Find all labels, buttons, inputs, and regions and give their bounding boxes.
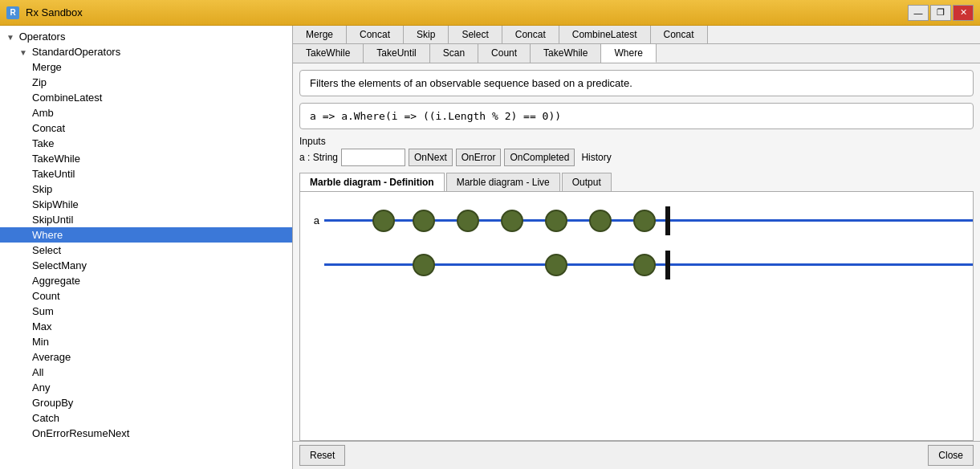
tree-items: MergeZipCombineLatestAmbConcatTakeTakeWh… bbox=[0, 59, 292, 441]
sidebar-item-selectmany[interactable]: SelectMany bbox=[0, 258, 292, 273]
on-completed-button[interactable]: OnCompleted bbox=[504, 149, 575, 166]
sidebar-item-min[interactable]: Min bbox=[0, 334, 292, 349]
inputs-row: a : String OnNext OnError OnCompleted Hi… bbox=[299, 149, 974, 166]
marble-line-a bbox=[324, 198, 973, 243]
inputs-section: Inputs a : String OnNext OnError OnCompl… bbox=[299, 136, 974, 166]
tab-row2-1[interactable]: TakeUntil bbox=[364, 44, 429, 63]
diagram-tabs: Marble diagram - DefinitionMarble diagra… bbox=[299, 173, 974, 192]
marble-end-bar bbox=[665, 206, 670, 235]
content-area: MergeConcatSkipSelectConcatCombineLatest… bbox=[293, 26, 980, 469]
app-icon: R bbox=[6, 6, 19, 19]
tab-row1-3[interactable]: Select bbox=[449, 26, 502, 43]
sidebar-item-onerrorresumenext[interactable]: OnErrorResumeNext bbox=[0, 426, 292, 441]
close-button[interactable]: Close bbox=[928, 445, 974, 466]
minimize-button[interactable]: — bbox=[908, 5, 929, 21]
tab-row1-4[interactable]: Concat bbox=[502, 26, 559, 43]
marble-circle bbox=[589, 210, 612, 232]
sidebar-item-max[interactable]: Max bbox=[0, 319, 292, 334]
window-title: Rx Sandbox bbox=[26, 6, 83, 18]
sidebar-item-zip[interactable]: Zip bbox=[0, 75, 292, 90]
code-box: a => a.Where(i => ((i.Length % 2) == 0)) bbox=[299, 103, 974, 129]
sidebar-item-average[interactable]: Average bbox=[0, 349, 292, 365]
tab-row1-0[interactable]: Merge bbox=[293, 26, 347, 43]
tab-row2-0[interactable]: TakeWhile bbox=[293, 44, 364, 63]
sidebar-item-skipuntil[interactable]: SkipUntil bbox=[0, 212, 292, 227]
description-box: Filters the elements of an observable se… bbox=[299, 70, 974, 96]
sidebar-item-merge[interactable]: Merge bbox=[0, 59, 292, 75]
marble-label-a: a bbox=[300, 214, 324, 226]
tab-row-1: MergeConcatSkipSelectConcatCombineLatest… bbox=[293, 26, 980, 44]
sidebar-item-combinelatest[interactable]: CombineLatest bbox=[0, 90, 292, 105]
sidebar-item-any[interactable]: Any bbox=[0, 380, 292, 395]
sidebar-item-select[interactable]: Select bbox=[0, 243, 292, 258]
marble-circle bbox=[545, 254, 567, 276]
sidebar-item-amb[interactable]: Amb bbox=[0, 105, 292, 120]
sidebar-item-skipwhile[interactable]: SkipWhile bbox=[0, 197, 292, 212]
input-textbox[interactable] bbox=[341, 149, 405, 166]
sidebar-item-groupby[interactable]: GroupBy bbox=[0, 395, 292, 410]
marble-line-output bbox=[324, 243, 973, 287]
close-window-button[interactable]: ✕ bbox=[953, 5, 974, 21]
main-container: ▼ Operators ▼ StandardOperators MergeZip… bbox=[0, 26, 980, 469]
tree-root[interactable]: ▼ Operators bbox=[0, 29, 292, 44]
tree-group[interactable]: ▼ StandardOperators bbox=[0, 44, 292, 59]
expand-icon: ▼ bbox=[6, 33, 16, 42]
field-label: a : String bbox=[299, 152, 338, 163]
diagram-tab-2[interactable]: Output bbox=[562, 173, 612, 191]
marble-row-output bbox=[300, 243, 973, 287]
on-next-button[interactable]: OnNext bbox=[409, 149, 453, 166]
sidebar: ▼ Operators ▼ StandardOperators MergeZip… bbox=[0, 26, 293, 469]
marble-circle bbox=[457, 210, 479, 232]
marble-circle bbox=[413, 254, 435, 276]
marble-circle bbox=[501, 210, 523, 232]
on-error-button[interactable]: OnError bbox=[456, 149, 502, 166]
sidebar-item-takeuntil[interactable]: TakeUntil bbox=[0, 166, 292, 181]
restore-button[interactable]: ❐ bbox=[930, 5, 951, 21]
reset-button[interactable]: Reset bbox=[299, 445, 345, 466]
diagram-area: a bbox=[299, 192, 974, 441]
marble-circle bbox=[633, 254, 656, 276]
tab-row-2: TakeWhileTakeUntilScanCountTakeWhileWher… bbox=[293, 44, 980, 63]
tab-row2-5[interactable]: Where bbox=[601, 44, 656, 63]
tab-row2-4[interactable]: TakeWhile bbox=[531, 44, 601, 63]
sidebar-item-sum[interactable]: Sum bbox=[0, 304, 292, 319]
sidebar-item-skip[interactable]: Skip bbox=[0, 181, 292, 197]
tab-row1-2[interactable]: Skip bbox=[404, 26, 449, 43]
inputs-label: Inputs bbox=[299, 136, 974, 147]
sidebar-item-catch[interactable]: Catch bbox=[0, 410, 292, 426]
marble-circle bbox=[545, 210, 567, 232]
history-label: History bbox=[581, 152, 611, 163]
sidebar-item-where[interactable]: Where bbox=[0, 227, 292, 243]
sidebar-item-all[interactable]: All bbox=[0, 365, 292, 380]
expand-icon: ▼ bbox=[19, 48, 29, 57]
marble-end-bar bbox=[665, 251, 670, 279]
marble-circle bbox=[372, 210, 395, 232]
tab-row1-6[interactable]: Concat bbox=[651, 26, 708, 43]
sidebar-item-concat[interactable]: Concat bbox=[0, 120, 292, 136]
tab-row2-2[interactable]: Scan bbox=[430, 44, 478, 63]
tab-row2-3[interactable]: Count bbox=[478, 44, 531, 63]
tab-row1-5[interactable]: CombineLatest bbox=[559, 26, 651, 43]
window-controls: — ❐ ✕ bbox=[908, 5, 974, 21]
bottom-bar: Reset Close bbox=[293, 441, 980, 469]
sidebar-item-take[interactable]: Take bbox=[0, 136, 292, 151]
operators-tree: ▼ Operators ▼ StandardOperators MergeZip… bbox=[0, 26, 292, 469]
tab-row1-1[interactable]: Concat bbox=[347, 26, 404, 43]
marble-circle bbox=[633, 210, 656, 232]
sidebar-item-aggregate[interactable]: Aggregate bbox=[0, 273, 292, 288]
marble-row-a: a bbox=[300, 198, 973, 243]
marble-circle bbox=[413, 210, 435, 232]
title-bar: R Rx Sandbox — ❐ ✕ bbox=[0, 0, 980, 26]
diagram-tab-1[interactable]: Marble diagram - Live bbox=[446, 173, 560, 191]
sidebar-item-count[interactable]: Count bbox=[0, 288, 292, 304]
diagram-tab-0[interactable]: Marble diagram - Definition bbox=[299, 173, 445, 191]
sidebar-item-takewhile[interactable]: TakeWhile bbox=[0, 151, 292, 166]
